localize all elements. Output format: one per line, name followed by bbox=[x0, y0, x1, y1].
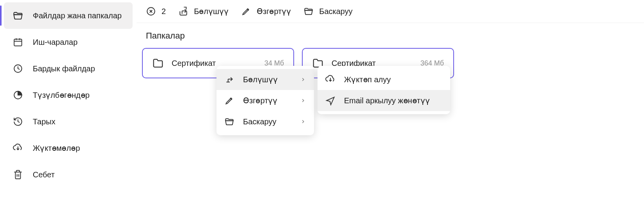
folder-icon bbox=[152, 57, 164, 69]
toolbar-share[interactable]: Бөлүшүү bbox=[178, 6, 229, 16]
chevron-right-icon bbox=[300, 97, 306, 104]
selection-clear[interactable]: 2 bbox=[146, 6, 166, 16]
sidebar-item-files-folders[interactable]: Файлдар жана папкалар bbox=[4, 2, 133, 29]
sidebar-item-label: Жүктөмөлөр bbox=[33, 143, 80, 153]
context-menu-edit[interactable]: Өзгөртүү bbox=[216, 90, 314, 111]
share-icon bbox=[178, 6, 188, 16]
submenu-download[interactable]: Жүктөп алуу bbox=[318, 69, 450, 90]
context-menu-manage[interactable]: Баскаруу bbox=[216, 111, 314, 132]
clock-icon bbox=[12, 63, 23, 74]
sidebar-item-label: Бардык файлдар bbox=[33, 64, 95, 74]
chevron-right-icon bbox=[300, 118, 306, 125]
history-icon bbox=[12, 116, 23, 127]
toolbar-label: Өзгөртүү bbox=[257, 7, 291, 16]
toolbar-label: Бөлүшүү bbox=[194, 7, 229, 16]
folder-open-icon bbox=[224, 117, 234, 127]
context-menu-label: Бөлүшүү bbox=[243, 75, 291, 84]
submenu-label: Email аркылуу жөнөтүү bbox=[344, 96, 442, 105]
chevron-right-icon bbox=[300, 76, 306, 83]
section-title: Папкалар bbox=[146, 31, 639, 41]
sidebar-item-trash[interactable]: Себет bbox=[0, 161, 137, 188]
main-content: 2 Бөлүшүү Өзгөртүү bbox=[137, 0, 644, 205]
toolbar-edit[interactable]: Өзгөртүү bbox=[241, 6, 291, 16]
calendar-icon bbox=[12, 37, 23, 48]
sidebar-item-label: Тарых bbox=[33, 117, 55, 127]
context-menu-share[interactable]: Бөлүшүү bbox=[216, 69, 314, 90]
context-menu-label: Өзгөртүү bbox=[243, 96, 291, 105]
sidebar-item-label: Файлдар жана папкалар bbox=[33, 11, 122, 21]
sidebar-item-all-files[interactable]: Бардык файлдар bbox=[0, 55, 137, 82]
pie-icon bbox=[12, 90, 23, 101]
download-cloud-icon bbox=[12, 143, 23, 154]
context-menu: Бөлүшүү Өзгөртүү bbox=[216, 66, 314, 135]
sidebar-item-label: Иш-чаралар bbox=[33, 37, 78, 47]
send-icon bbox=[325, 95, 335, 106]
sidebar-item-downloads[interactable]: Жүктөмөлөр bbox=[0, 135, 137, 161]
submenu-label: Жүктөп алуу bbox=[344, 75, 442, 84]
sidebar-item-label: Түзүлбөгөндөр bbox=[33, 90, 90, 100]
context-menu-label: Баскаруу bbox=[243, 117, 291, 126]
folder-open-icon bbox=[303, 6, 314, 16]
content-area: Папкалар Сертификат 34 Мб Сертификат bbox=[137, 23, 644, 86]
close-circle-icon bbox=[146, 6, 156, 16]
submenu-email[interactable]: Email аркылуу жөнөтүү bbox=[318, 90, 450, 111]
sidebar-item-label: Себет bbox=[33, 170, 55, 180]
folder-open-icon bbox=[12, 10, 23, 21]
share-icon bbox=[224, 74, 234, 85]
sidebar-item-history[interactable]: Тарых bbox=[0, 108, 137, 135]
pencil-icon bbox=[224, 95, 234, 106]
download-cloud-icon bbox=[325, 74, 335, 85]
sidebar-item-unorganized[interactable]: Түзүлбөгөндөр bbox=[0, 82, 137, 108]
trash-icon bbox=[12, 169, 23, 180]
toolbar: 2 Бөлүшүү Өзгөртүү bbox=[137, 0, 644, 23]
svg-rect-0 bbox=[14, 39, 22, 46]
selection-count: 2 bbox=[161, 7, 166, 16]
sidebar-item-events[interactable]: Иш-чаралар bbox=[0, 29, 137, 55]
toolbar-label: Баскаруу bbox=[319, 7, 352, 16]
submenu: Жүктөп алуу Email аркылуу жөнөтүү bbox=[318, 66, 450, 114]
pencil-icon bbox=[241, 6, 251, 16]
sidebar: Файлдар жана папкалар Иш-чаралар Бардык … bbox=[0, 0, 137, 205]
toolbar-manage[interactable]: Баскаруу bbox=[303, 6, 352, 16]
